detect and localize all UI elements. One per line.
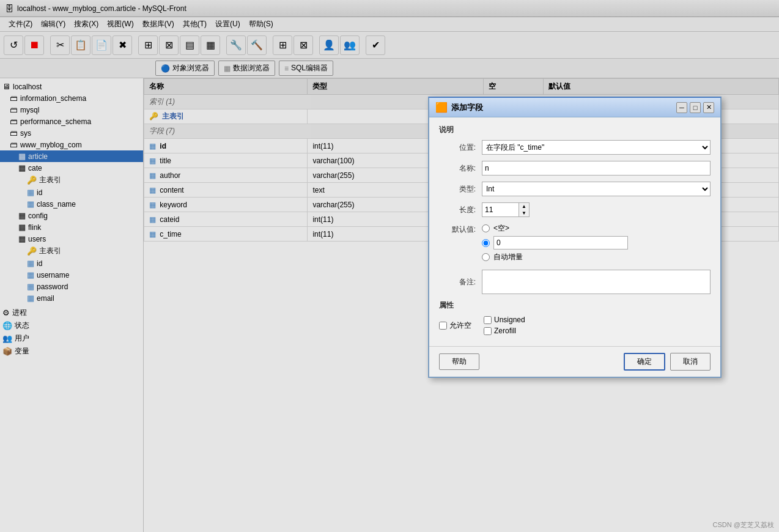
notes-row: 备注: [439, 270, 711, 294]
spinner-down-btn[interactable]: ▼ [519, 210, 529, 216]
default-radio-empty[interactable] [482, 224, 490, 232]
unsigned-checkbox[interactable] [484, 316, 492, 324]
add-field-dialog: 🟧 添加字段 ─ □ ✕ 说明 位置: 在字段后 "c_time" 在字段前 "… [428, 97, 722, 378]
name-label: 名称: [439, 163, 476, 174]
length-spinner: ▲ ▼ [482, 202, 530, 217]
default-option-auto: 自动增量 [482, 252, 711, 262]
default-auto-label: 自动增量 [493, 252, 523, 262]
checkbox-row: 允许空 Unsigned Zerofill [439, 316, 711, 335]
default-radio-auto[interactable] [482, 253, 490, 261]
zerofill-checkbox[interactable] [484, 327, 492, 335]
allow-null-item: 允许空 [439, 320, 471, 331]
default-radio-zero[interactable] [482, 239, 490, 247]
length-input[interactable] [482, 202, 519, 217]
dialog-body: 说明 位置: 在字段后 "c_time" 在字段前 "c_time" 在首位 名… [429, 117, 720, 346]
default-option-empty: <空> [482, 223, 711, 234]
props-section-label: 属性 [439, 300, 711, 311]
default-option-zero [482, 236, 711, 249]
dialog-close-btn[interactable]: ✕ [703, 102, 714, 113]
position-select[interactable]: 在字段后 "c_time" 在字段前 "c_time" 在首位 [482, 140, 711, 155]
position-row: 位置: 在字段后 "c_time" 在字段前 "c_time" 在首位 [439, 140, 711, 155]
allow-null-checkbox[interactable] [439, 322, 447, 330]
cancel-button[interactable]: 取消 [670, 353, 711, 371]
dialog-title: 🟧 添加字段 [435, 102, 483, 113]
default-label: 默认值: [439, 223, 476, 235]
spinner-up-btn[interactable]: ▲ [519, 203, 529, 210]
name-row: 名称: [439, 161, 711, 175]
modal-overlay: 🟧 添加字段 ─ □ ✕ 说明 位置: 在字段后 "c_time" 在字段前 "… [0, 0, 779, 532]
allow-null-label: 允许空 [449, 320, 471, 331]
zerofill-item: Zerofill [484, 327, 525, 335]
position-label: 位置: [439, 142, 476, 153]
unsigned-item: Unsigned [484, 316, 525, 324]
type-label: 类型: [439, 184, 476, 194]
spinner-buttons: ▲ ▼ [519, 202, 530, 217]
help-button[interactable]: 帮助 [439, 353, 479, 370]
type-row: 类型: Int VARCHAR TEXT BIGINT [439, 182, 711, 196]
default-empty-label: <空> [493, 223, 509, 234]
notes-label: 备注: [439, 277, 476, 287]
default-radio-group: <空> 自动增量 [482, 223, 711, 262]
default-row: 默认值: <空> 自动增量 [439, 223, 711, 262]
ok-button[interactable]: 确定 [624, 353, 665, 371]
dialog-titlebar: 🟧 添加字段 ─ □ ✕ [429, 98, 720, 117]
description-section: 说明 [439, 125, 711, 135]
default-value-input[interactable] [493, 236, 628, 249]
unsigned-label: Unsigned [494, 316, 525, 324]
dialog-title-text: 添加字段 [451, 102, 483, 113]
name-input[interactable] [482, 161, 711, 175]
length-row: 长度: ▲ ▼ [439, 202, 711, 217]
dialog-footer: 帮助 确定 取消 [429, 346, 720, 377]
zerofill-label: Zerofill [494, 327, 516, 335]
length-label: 长度: [439, 205, 476, 215]
dialog-maximize-btn[interactable]: □ [690, 102, 701, 113]
dialog-minimize-btn[interactable]: ─ [676, 102, 687, 113]
notes-textarea[interactable] [482, 270, 711, 294]
dialog-controls: ─ □ ✕ [676, 102, 714, 113]
type-select[interactable]: Int VARCHAR TEXT BIGINT [482, 182, 711, 196]
dialog-title-icon: 🟧 [435, 102, 448, 113]
